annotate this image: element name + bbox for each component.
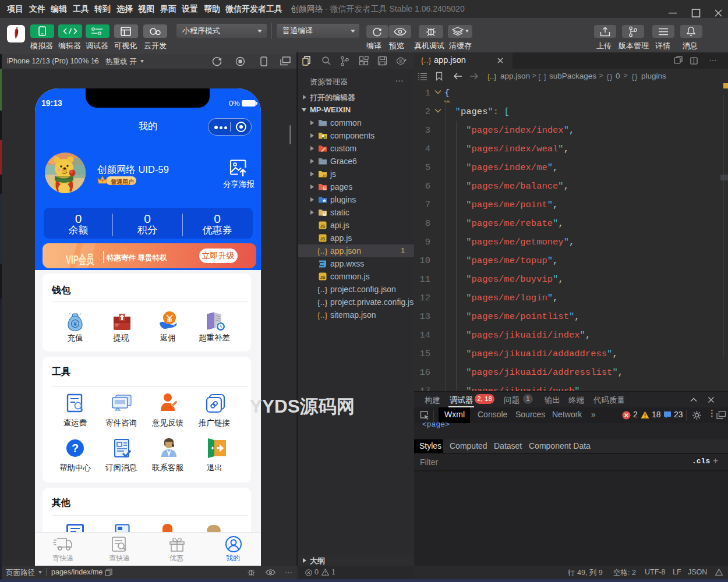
svg-text:{..}: {..} bbox=[317, 311, 327, 320]
svg-text:JS: JS bbox=[320, 224, 326, 228]
svg-text:{}: {} bbox=[631, 73, 638, 81]
svg-text:JS: JS bbox=[322, 174, 327, 178]
svg-text:{}: {} bbox=[606, 73, 613, 81]
svg-text:{..}: {..} bbox=[487, 73, 496, 81]
svg-text:JS: JS bbox=[320, 237, 326, 241]
svg-text:{..}: {..} bbox=[421, 56, 431, 65]
svg-text:{..}: {..} bbox=[317, 247, 327, 255]
svg-text:[ ]: [ ] bbox=[538, 73, 546, 81]
svg-text:{..}: {..} bbox=[317, 286, 327, 294]
svg-text:JS: JS bbox=[320, 275, 326, 279]
svg-text:?: ? bbox=[72, 442, 79, 455]
svg-text:{..}: {..} bbox=[317, 299, 327, 307]
